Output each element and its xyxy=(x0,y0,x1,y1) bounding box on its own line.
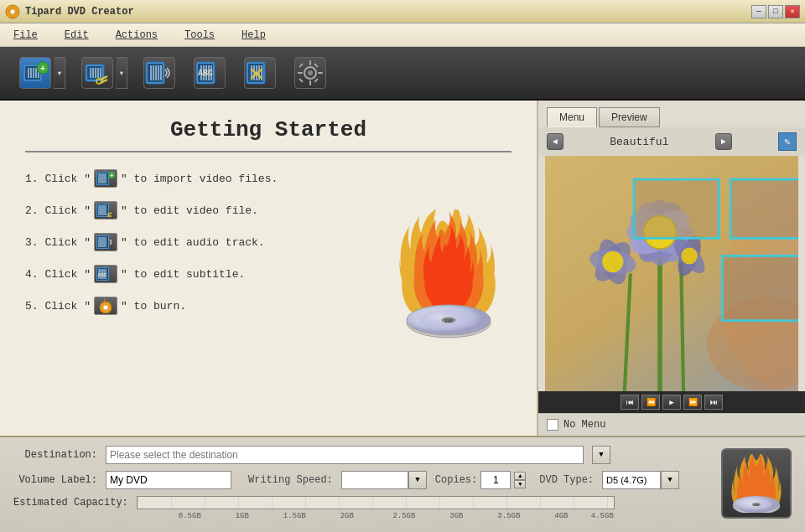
skip-back-button[interactable]: ⏮ xyxy=(621,395,639,410)
edit-chapter-button[interactable] xyxy=(242,53,278,93)
svg-rect-52 xyxy=(314,78,319,83)
audio-step-icon xyxy=(94,233,117,251)
right-panel: Menu Preview ◄ Beautiful ► ✎ xyxy=(538,101,805,436)
svg-text:DVD: DVD xyxy=(444,319,452,324)
edit-video-button[interactable] xyxy=(79,53,116,93)
destination-row: Destination: ▼ xyxy=(13,446,792,464)
next-menu-button[interactable]: ► xyxy=(715,133,732,150)
title-bar: Tipard DVD Creator ─ □ ✕ xyxy=(0,0,805,23)
svg-rect-20 xyxy=(148,64,163,82)
writing-speed-input[interactable] xyxy=(341,471,408,489)
svg-rect-45 xyxy=(309,60,311,65)
chapter-icon xyxy=(246,59,274,87)
settings-row: Volume Label: Writing Speed: ▼ Copies: ▲… xyxy=(13,471,792,489)
svg-rect-113 xyxy=(722,256,798,320)
copies-up-button[interactable]: ▲ xyxy=(514,472,526,480)
getting-started-panel: Getting Started 1. Click " + " to import… xyxy=(0,101,538,436)
burn-icon: DVD xyxy=(727,454,786,513)
skip-forward-button[interactable]: ⏭ xyxy=(704,395,723,410)
svg-rect-46 xyxy=(309,80,311,85)
subtitle-step-icon: ABC xyxy=(94,265,117,283)
cap-tick-6: 3GB xyxy=(449,512,463,520)
estimated-capacity-label: Estimated Capacity: xyxy=(13,497,128,509)
no-menu-checkbox[interactable] xyxy=(547,419,558,431)
svg-text:DVD: DVD xyxy=(754,504,759,507)
tab-preview[interactable]: Preview xyxy=(599,107,660,127)
bottom-bar: Destination: ▼ Volume Label: Writing Spe… xyxy=(0,436,805,532)
app-title: Tipard DVD Creator xyxy=(25,6,751,18)
main-area: Getting Started 1. Click " + " to import… xyxy=(0,101,805,436)
cap-tick-9: 4.5GB xyxy=(591,512,614,520)
burn-button[interactable]: DVD xyxy=(721,448,792,519)
edit-video-step-icon xyxy=(94,201,117,220)
svg-rect-48 xyxy=(318,72,323,74)
svg-rect-47 xyxy=(298,72,303,74)
svg-rect-112 xyxy=(730,179,798,238)
volume-label: Volume Label: xyxy=(13,474,97,486)
settings-icon xyxy=(296,59,325,87)
burn-step-icon xyxy=(94,297,117,315)
svg-point-44 xyxy=(308,70,313,75)
svg-text:+: + xyxy=(40,65,45,74)
rewind-button[interactable]: ⏪ xyxy=(641,395,660,410)
tab-menu[interactable]: Menu xyxy=(547,107,597,127)
dvd-type-input[interactable] xyxy=(602,471,661,489)
restore-button[interactable]: □ xyxy=(768,5,783,18)
svg-line-93 xyxy=(681,261,683,391)
copies-down-button[interactable]: ▼ xyxy=(514,480,526,488)
cap-tick-5: 2.5GB xyxy=(392,512,415,520)
dvd-graphic: DVD xyxy=(394,209,503,343)
destination-input[interactable] xyxy=(106,446,584,464)
copies-group: Copies: ▲ ▼ xyxy=(435,471,526,489)
menu-preview-tabs: Menu Preview xyxy=(538,101,805,127)
prev-menu-button[interactable]: ◄ xyxy=(547,133,564,150)
svg-rect-12 xyxy=(87,66,102,80)
destination-dropdown[interactable]: ▼ xyxy=(592,446,610,464)
subtitle-icon: ABC xyxy=(195,59,224,87)
edit-menu-button[interactable]: ✎ xyxy=(778,132,797,151)
dvd-type-label: DVD Type: xyxy=(539,474,594,486)
minimize-button[interactable]: ─ xyxy=(751,5,766,18)
dvd-type-dropdown[interactable]: ▼ xyxy=(661,471,679,489)
menu-bar: File Edit Actions Tools Help xyxy=(0,23,805,47)
play-button[interactable]: ▶ xyxy=(662,395,681,410)
menu-tools[interactable]: Tools xyxy=(179,28,220,43)
subtitle-button[interactable]: ABC xyxy=(191,53,228,93)
menu-file[interactable]: File xyxy=(8,28,43,43)
menu-edit[interactable]: Edit xyxy=(60,28,94,43)
import-video-group: + ▼ xyxy=(17,53,65,93)
menu-actions[interactable]: Actions xyxy=(111,28,163,43)
import-video-button[interactable]: + xyxy=(17,53,54,93)
app-icon xyxy=(5,4,20,19)
import-video-dropdown[interactable]: ▼ xyxy=(54,57,65,89)
svg-point-1 xyxy=(10,9,15,14)
preview-bg-svg xyxy=(545,156,798,391)
menu-name-label: Beautiful xyxy=(610,136,668,148)
no-menu-label: No Menu xyxy=(564,419,605,431)
writing-speed-dropdown[interactable]: ▼ xyxy=(408,471,427,489)
preview-area xyxy=(545,156,798,391)
svg-point-85 xyxy=(103,305,108,310)
svg-rect-50 xyxy=(314,63,319,68)
audio-button[interactable] xyxy=(141,53,178,93)
settings-button[interactable] xyxy=(292,53,329,93)
audio-icon xyxy=(145,59,174,87)
close-button[interactable]: ✕ xyxy=(785,5,800,18)
cap-tick-2: 1GB xyxy=(236,512,249,520)
copies-label: Copies: xyxy=(435,474,477,486)
destination-label: Destination: xyxy=(13,449,97,461)
fast-forward-button[interactable]: ⏩ xyxy=(683,395,702,410)
svg-rect-49 xyxy=(299,63,304,68)
edit-video-group: ▼ xyxy=(79,53,127,93)
copies-input[interactable] xyxy=(480,471,511,489)
edit-video-dropdown[interactable]: ▼ xyxy=(116,57,127,89)
menu-nav: ◄ Beautiful ► ✎ xyxy=(538,127,805,156)
capacity-bar-bg xyxy=(138,497,614,509)
svg-rect-51 xyxy=(299,78,304,83)
menu-help[interactable]: Help xyxy=(236,28,271,43)
window-controls: ─ □ ✕ xyxy=(751,5,800,18)
capacity-row: Estimated Capacity: 0.5GB 1GB 1.5GB 2GB … xyxy=(13,496,792,509)
volume-input[interactable] xyxy=(106,471,231,489)
capacity-bar: 0.5GB 1GB 1.5GB 2GB 2.5GB 3GB 3.5GB 4GB … xyxy=(137,496,615,509)
cap-tick-8: 4GB xyxy=(554,512,568,520)
